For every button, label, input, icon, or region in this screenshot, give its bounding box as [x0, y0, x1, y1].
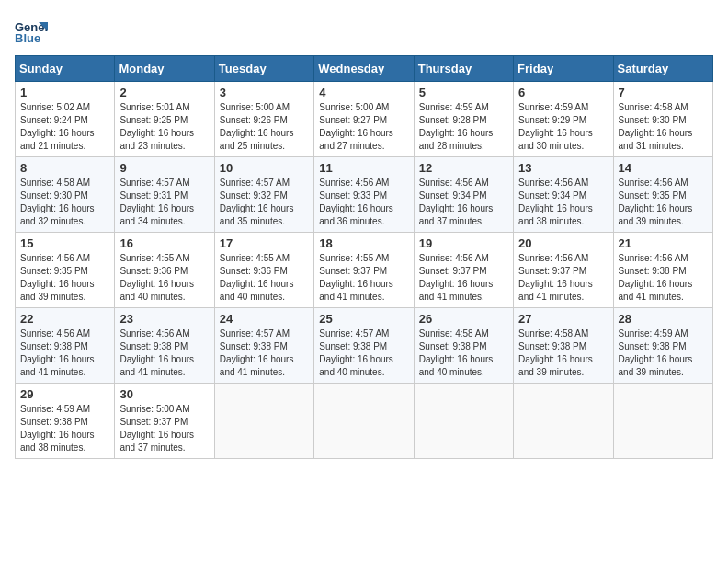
calendar-cell: 24 Sunrise: 4:57 AM Sunset: 9:38 PM Dayl…	[214, 308, 313, 384]
sunset: Sunset: 9:31 PM	[119, 190, 209, 202]
cell-content: Sunrise: 4:59 AM Sunset: 9:28 PM Dayligh…	[419, 101, 508, 153]
calendar-cell: 6 Sunrise: 4:59 AM Sunset: 9:29 PM Dayli…	[514, 82, 613, 157]
col-header-wednesday: Wednesday	[314, 56, 414, 82]
sunset: Sunset: 9:24 PM	[20, 114, 109, 127]
day-number: 7	[619, 86, 708, 99]
page-header: General Blue	[15, 15, 713, 48]
daylight: Daylight: 16 hours and 28 minutes.	[419, 127, 508, 153]
calendar-cell: 23 Sunrise: 4:56 AM Sunset: 9:38 PM Dayl…	[115, 308, 214, 384]
daylight: Daylight: 16 hours and 23 minutes.	[119, 127, 209, 153]
sunset: Sunset: 9:37 PM	[119, 416, 209, 429]
col-header-thursday: Thursday	[414, 56, 513, 82]
calendar-cell: 22 Sunrise: 4:56 AM Sunset: 9:38 PM Dayl…	[16, 308, 115, 384]
sunset: Sunset: 9:29 PM	[518, 114, 608, 127]
day-number: 8	[20, 161, 109, 175]
cell-content: Sunrise: 5:01 AM Sunset: 9:25 PM Dayligh…	[119, 101, 209, 153]
calendar-cell: 21 Sunrise: 4:56 AM Sunset: 9:38 PM Dayl…	[613, 233, 712, 308]
calendar-cell: 15 Sunrise: 4:56 AM Sunset: 9:35 PM Dayl…	[16, 233, 115, 308]
cell-content: Sunrise: 4:56 AM Sunset: 9:38 PM Dayligh…	[119, 327, 209, 379]
calendar-cell: 10 Sunrise: 4:57 AM Sunset: 9:32 PM Dayl…	[214, 157, 313, 233]
daylight: Daylight: 16 hours and 27 minutes.	[319, 127, 408, 153]
day-number: 13	[518, 161, 608, 175]
sunset: Sunset: 9:26 PM	[220, 114, 309, 127]
sunset: Sunset: 9:37 PM	[419, 265, 508, 278]
daylight: Daylight: 16 hours and 32 minutes.	[20, 202, 109, 228]
daylight: Daylight: 16 hours and 41 minutes.	[319, 278, 408, 304]
day-number: 9	[119, 161, 209, 175]
daylight: Daylight: 16 hours and 41 minutes.	[419, 278, 508, 304]
sunrise: Sunrise: 4:56 AM	[119, 327, 209, 340]
sunrise: Sunrise: 4:59 AM	[518, 101, 608, 114]
sunrise: Sunrise: 4:56 AM	[518, 252, 608, 265]
cell-content: Sunrise: 4:58 AM Sunset: 9:38 PM Dayligh…	[518, 327, 608, 379]
sunrise: Sunrise: 4:56 AM	[619, 252, 708, 265]
calendar-cell: 17 Sunrise: 4:55 AM Sunset: 9:36 PM Dayl…	[214, 233, 313, 308]
daylight: Daylight: 16 hours and 41 minutes.	[220, 353, 309, 379]
cell-content: Sunrise: 4:58 AM Sunset: 9:30 PM Dayligh…	[619, 101, 708, 153]
col-header-sunday: Sunday	[16, 56, 115, 82]
sunrise: Sunrise: 4:56 AM	[319, 177, 408, 190]
sunrise: Sunrise: 4:56 AM	[518, 177, 608, 190]
calendar-cell: 4 Sunrise: 5:00 AM Sunset: 9:27 PM Dayli…	[314, 82, 414, 157]
daylight: Daylight: 16 hours and 37 minutes.	[119, 429, 209, 454]
day-number: 20	[518, 236, 608, 250]
calendar-week-5: 29 Sunrise: 4:59 AM Sunset: 9:38 PM Dayl…	[16, 384, 713, 459]
cell-content: Sunrise: 4:55 AM Sunset: 9:36 PM Dayligh…	[220, 252, 309, 304]
daylight: Daylight: 16 hours and 38 minutes.	[518, 202, 608, 228]
sunrise: Sunrise: 4:59 AM	[20, 403, 109, 416]
daylight: Daylight: 16 hours and 41 minutes.	[20, 353, 109, 379]
cell-content: Sunrise: 4:59 AM Sunset: 9:29 PM Dayligh…	[518, 101, 608, 153]
sunset: Sunset: 9:38 PM	[220, 340, 309, 353]
calendar-cell: 29 Sunrise: 4:59 AM Sunset: 9:38 PM Dayl…	[16, 384, 115, 459]
sunrise: Sunrise: 4:58 AM	[20, 177, 109, 190]
calendar-week-4: 22 Sunrise: 4:56 AM Sunset: 9:38 PM Dayl…	[16, 308, 713, 384]
sunset: Sunset: 9:33 PM	[319, 190, 408, 202]
daylight: Daylight: 16 hours and 30 minutes.	[518, 127, 608, 153]
sunset: Sunset: 9:38 PM	[20, 416, 109, 429]
sunrise: Sunrise: 5:00 AM	[319, 101, 408, 114]
calendar-week-3: 15 Sunrise: 4:56 AM Sunset: 9:35 PM Dayl…	[16, 233, 713, 308]
cell-content: Sunrise: 5:00 AM Sunset: 9:37 PM Dayligh…	[119, 403, 209, 454]
sunset: Sunset: 9:36 PM	[119, 265, 209, 278]
calendar-cell	[514, 384, 613, 459]
daylight: Daylight: 16 hours and 40 minutes.	[220, 278, 309, 304]
daylight: Daylight: 16 hours and 35 minutes.	[220, 202, 309, 228]
sunset: Sunset: 9:37 PM	[518, 265, 608, 278]
col-header-friday: Friday	[514, 56, 613, 82]
day-number: 27	[518, 312, 608, 326]
day-number: 19	[419, 236, 508, 250]
calendar-cell: 14 Sunrise: 4:56 AM Sunset: 9:35 PM Dayl…	[613, 157, 712, 233]
calendar-cell: 11 Sunrise: 4:56 AM Sunset: 9:33 PM Dayl…	[314, 157, 414, 233]
daylight: Daylight: 16 hours and 41 minutes.	[518, 278, 608, 304]
sunrise: Sunrise: 4:56 AM	[419, 252, 508, 265]
sunset: Sunset: 9:38 PM	[319, 340, 408, 353]
cell-content: Sunrise: 4:58 AM Sunset: 9:30 PM Dayligh…	[20, 177, 109, 228]
daylight: Daylight: 16 hours and 40 minutes.	[119, 278, 209, 304]
calendar-cell: 1 Sunrise: 5:02 AM Sunset: 9:24 PM Dayli…	[16, 82, 115, 157]
daylight: Daylight: 16 hours and 39 minutes.	[619, 353, 708, 379]
col-header-saturday: Saturday	[613, 56, 712, 82]
daylight: Daylight: 16 hours and 39 minutes.	[518, 353, 608, 379]
daylight: Daylight: 16 hours and 39 minutes.	[619, 202, 708, 228]
col-header-tuesday: Tuesday	[214, 56, 313, 82]
sunrise: Sunrise: 5:02 AM	[20, 101, 109, 114]
calendar-cell: 30 Sunrise: 5:00 AM Sunset: 9:37 PM Dayl…	[115, 384, 214, 459]
sunset: Sunset: 9:30 PM	[619, 114, 708, 127]
daylight: Daylight: 16 hours and 41 minutes.	[619, 278, 708, 304]
day-number: 24	[220, 312, 309, 326]
sunset: Sunset: 9:32 PM	[220, 190, 309, 202]
daylight: Daylight: 16 hours and 38 minutes.	[20, 429, 109, 454]
cell-content: Sunrise: 4:57 AM Sunset: 9:38 PM Dayligh…	[220, 327, 309, 379]
calendar-cell: 16 Sunrise: 4:55 AM Sunset: 9:36 PM Dayl…	[115, 233, 214, 308]
cell-content: Sunrise: 4:55 AM Sunset: 9:37 PM Dayligh…	[319, 252, 408, 304]
sunset: Sunset: 9:27 PM	[319, 114, 408, 127]
daylight: Daylight: 16 hours and 39 minutes.	[20, 278, 109, 304]
cell-content: Sunrise: 4:57 AM Sunset: 9:38 PM Dayligh…	[319, 327, 408, 379]
sunset: Sunset: 9:25 PM	[119, 114, 209, 127]
day-number: 16	[119, 236, 209, 250]
cell-content: Sunrise: 4:56 AM Sunset: 9:38 PM Dayligh…	[20, 327, 109, 379]
calendar-cell: 2 Sunrise: 5:01 AM Sunset: 9:25 PM Dayli…	[115, 82, 214, 157]
calendar-table: SundayMondayTuesdayWednesdayThursdayFrid…	[15, 55, 713, 459]
cell-content: Sunrise: 4:56 AM Sunset: 9:37 PM Dayligh…	[419, 252, 508, 304]
sunset: Sunset: 9:34 PM	[518, 190, 608, 202]
